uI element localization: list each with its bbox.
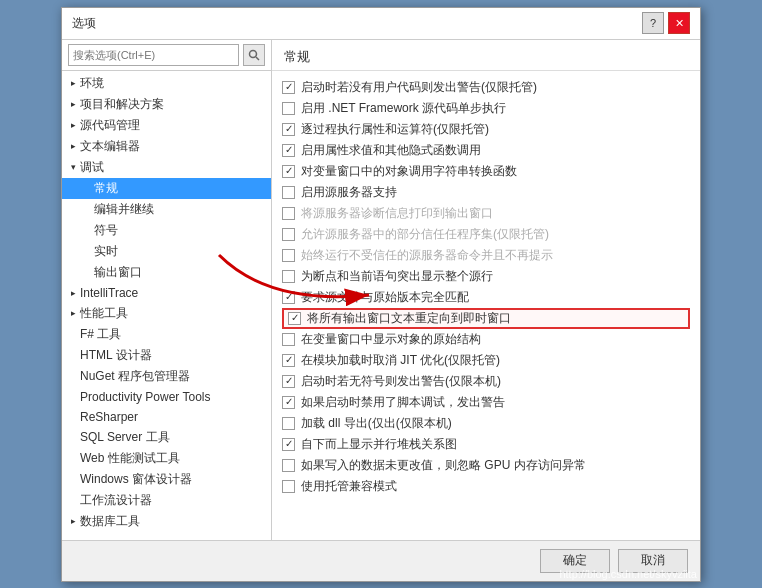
tree-item-web-perf[interactable]: Web 性能测试工具 bbox=[62, 448, 271, 469]
right-panel: 常规 启动时若没有用户代码则发出警告(仅限托管)启用 .NET Framewor… bbox=[272, 40, 700, 540]
option-label-opt16: 如果启动时禁用了脚本调试，发出警告 bbox=[301, 394, 505, 411]
dialog-title: 选项 bbox=[72, 15, 96, 32]
checkbox-opt17[interactable] bbox=[282, 417, 295, 430]
tree-label-perf: 性能工具 bbox=[80, 305, 267, 322]
options-dialog: 选项 ? ✕ ▸环境▸项目和解决方案 bbox=[61, 7, 701, 582]
title-bar-left: 选项 bbox=[72, 15, 96, 32]
search-button[interactable] bbox=[243, 44, 265, 66]
option-row-opt10: 为断点和当前语句突出显示整个源行 bbox=[282, 266, 690, 287]
search-input[interactable] bbox=[68, 44, 239, 66]
option-label-opt13: 在变量窗口中显示对象的原始结构 bbox=[301, 331, 481, 348]
tree-item-database[interactable]: ▸数据库工具 bbox=[62, 511, 271, 532]
option-label-opt18: 自下而上显示并行堆栈关系图 bbox=[301, 436, 457, 453]
option-row-opt9: 始终运行不受信任的源服务器命令并且不再提示 bbox=[282, 245, 690, 266]
checkbox-opt3[interactable] bbox=[282, 123, 295, 136]
close-button[interactable]: ✕ bbox=[668, 12, 690, 34]
checkbox-opt13[interactable] bbox=[282, 333, 295, 346]
dialog-body: ▸环境▸项目和解决方案▸源代码管理▸文本编辑器▾调试常规编辑并继续符号实时输出窗… bbox=[62, 40, 700, 540]
tree-label-debug-realtime: 实时 bbox=[94, 243, 267, 260]
tree-label-resharper: ReSharper bbox=[80, 410, 267, 424]
tree-arrow-workflow bbox=[66, 493, 80, 507]
tree-item-text-editor[interactable]: ▸文本编辑器 bbox=[62, 136, 271, 157]
tree-item-windows-forms[interactable]: Windows 窗体设计器 bbox=[62, 469, 271, 490]
option-row-opt12: 将所有输出窗口文本重定向到即时窗口 bbox=[282, 308, 690, 329]
tree-label-windows-forms: Windows 窗体设计器 bbox=[80, 471, 267, 488]
option-row-opt6: 启用源服务器支持 bbox=[282, 182, 690, 203]
option-row-opt16: 如果启动时禁用了脚本调试，发出警告 bbox=[282, 392, 690, 413]
tree-item-resharper[interactable]: ReSharper bbox=[62, 407, 271, 427]
tree-label-workflow: 工作流设计器 bbox=[80, 492, 267, 509]
tree-arrow-text-editor: ▸ bbox=[66, 139, 80, 153]
checkbox-opt6[interactable] bbox=[282, 186, 295, 199]
tree-label-env: 环境 bbox=[80, 75, 267, 92]
option-label-opt6: 启用源服务器支持 bbox=[301, 184, 397, 201]
checkbox-opt15[interactable] bbox=[282, 375, 295, 388]
option-row-opt3: 逐过程执行属性和运算符(仅限托管) bbox=[282, 119, 690, 140]
option-row-opt11: 要求源文件与原始版本完全匹配 bbox=[282, 287, 690, 308]
tree-arrow-resharper bbox=[66, 410, 80, 424]
tree-item-env[interactable]: ▸环境 bbox=[62, 73, 271, 94]
option-row-opt7: 将源服务器诊断信息打印到输出窗口 bbox=[282, 203, 690, 224]
tree-item-debug-general[interactable]: 常规 bbox=[62, 178, 271, 199]
option-label-opt3: 逐过程执行属性和运算符(仅限托管) bbox=[301, 121, 489, 138]
tree-item-fsharp[interactable]: F# 工具 bbox=[62, 324, 271, 345]
checkbox-opt12[interactable] bbox=[288, 312, 301, 325]
tree-item-nuget[interactable]: NuGet 程序包管理器 bbox=[62, 366, 271, 387]
checkbox-opt2[interactable] bbox=[282, 102, 295, 115]
checkbox-opt4[interactable] bbox=[282, 144, 295, 157]
tree-arrow-nuget bbox=[66, 369, 80, 383]
tree-item-project[interactable]: ▸项目和解决方案 bbox=[62, 94, 271, 115]
option-row-opt5: 对变量窗口中的对象调用字符串转换函数 bbox=[282, 161, 690, 182]
section-title: 常规 bbox=[272, 40, 700, 71]
tree-item-sqlserver[interactable]: SQL Server 工具 bbox=[62, 427, 271, 448]
checkbox-opt9[interactable] bbox=[282, 249, 295, 262]
tree-arrow-source: ▸ bbox=[66, 118, 80, 132]
tree-arrow-debug-general bbox=[80, 181, 94, 195]
tree-item-debug-realtime[interactable]: 实时 bbox=[62, 241, 271, 262]
tree-item-intellitrace[interactable]: ▸IntelliTrace bbox=[62, 283, 271, 303]
option-label-opt9: 始终运行不受信任的源服务器命令并且不再提示 bbox=[301, 247, 553, 264]
tree-label-database: 数据库工具 bbox=[80, 513, 267, 530]
tree-arrow-web-perf bbox=[66, 451, 80, 465]
checkbox-opt18[interactable] bbox=[282, 438, 295, 451]
checkbox-opt16[interactable] bbox=[282, 396, 295, 409]
checkbox-opt14[interactable] bbox=[282, 354, 295, 367]
tree-item-source[interactable]: ▸源代码管理 bbox=[62, 115, 271, 136]
option-label-opt17: 加载 dll 导出(仅出(仅限本机) bbox=[301, 415, 452, 432]
checkbox-opt10[interactable] bbox=[282, 270, 295, 283]
tree-item-html-designer[interactable]: HTML 设计器 bbox=[62, 345, 271, 366]
checkbox-opt5[interactable] bbox=[282, 165, 295, 178]
tree-label-source: 源代码管理 bbox=[80, 117, 267, 134]
checkbox-opt1[interactable] bbox=[282, 81, 295, 94]
tree-item-workflow[interactable]: 工作流设计器 bbox=[62, 490, 271, 511]
tree-area: ▸环境▸项目和解决方案▸源代码管理▸文本编辑器▾调试常规编辑并继续符号实时输出窗… bbox=[62, 71, 271, 540]
tree-item-debug-output[interactable]: 输出窗口 bbox=[62, 262, 271, 283]
tree-item-debug[interactable]: ▾调试 bbox=[62, 157, 271, 178]
option-label-opt12: 将所有输出窗口文本重定向到即时窗口 bbox=[307, 310, 511, 327]
help-button[interactable]: ? bbox=[642, 12, 664, 34]
tree-item-debug-symbol[interactable]: 符号 bbox=[62, 220, 271, 241]
tree-item-perf[interactable]: ▸性能工具 bbox=[62, 303, 271, 324]
tree-label-html-designer: HTML 设计器 bbox=[80, 347, 267, 364]
svg-point-0 bbox=[250, 50, 257, 57]
option-row-opt19: 如果写入的数据未更改值，则忽略 GPU 内存访问异常 bbox=[282, 455, 690, 476]
checkbox-opt20[interactable] bbox=[282, 480, 295, 493]
checkbox-opt8[interactable] bbox=[282, 228, 295, 241]
option-row-opt8: 允许源服务器中的部分信任任程序集(仅限托管) bbox=[282, 224, 690, 245]
option-row-opt2: 启用 .NET Framework 源代码单步执行 bbox=[282, 98, 690, 119]
checkbox-opt7[interactable] bbox=[282, 207, 295, 220]
checkbox-opt19[interactable] bbox=[282, 459, 295, 472]
tree-label-debug-general: 常规 bbox=[94, 180, 267, 197]
option-label-opt11: 要求源文件与原始版本完全匹配 bbox=[301, 289, 469, 306]
tree-item-debug-edit-continue[interactable]: 编辑并继续 bbox=[62, 199, 271, 220]
tree-label-debug-edit-continue: 编辑并继续 bbox=[94, 201, 267, 218]
option-label-opt20: 使用托管兼容模式 bbox=[301, 478, 397, 495]
tree-label-debug: 调试 bbox=[80, 159, 267, 176]
tree-arrow-fsharp bbox=[66, 327, 80, 341]
tree-item-ppt[interactable]: Productivity Power Tools bbox=[62, 387, 271, 407]
svg-line-1 bbox=[256, 57, 259, 60]
tree-label-nuget: NuGet 程序包管理器 bbox=[80, 368, 267, 385]
option-label-opt1: 启动时若没有用户代码则发出警告(仅限托管) bbox=[301, 79, 537, 96]
tree-arrow-windows-forms bbox=[66, 472, 80, 486]
checkbox-opt11[interactable] bbox=[282, 291, 295, 304]
